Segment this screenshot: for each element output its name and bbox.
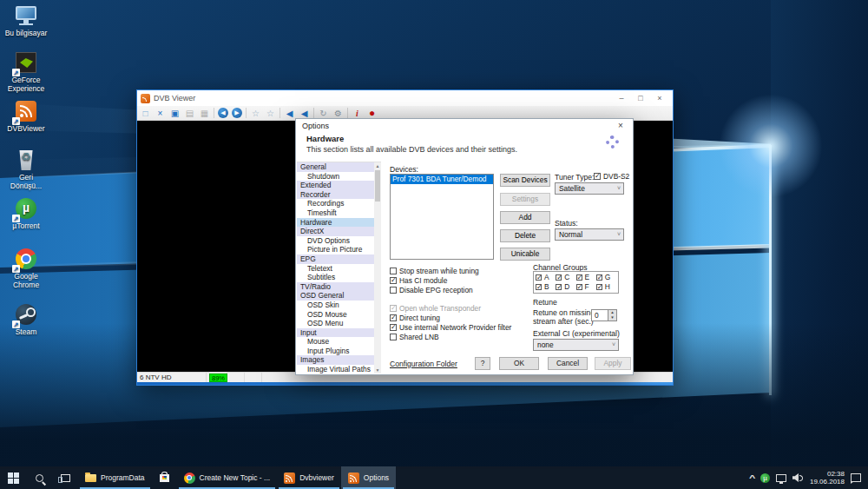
ok-button[interactable]: OK: [499, 357, 539, 370]
tree-item-input[interactable]: Input: [297, 328, 381, 338]
task-view-button[interactable]: [52, 466, 78, 489]
forward-icon[interactable]: ▶: [232, 108, 242, 118]
tree-item-osd-general[interactable]: OSD General: [297, 291, 381, 301]
checkbox-shared-lnb[interactable]: Shared LNB: [390, 333, 439, 341]
search-button[interactable]: [26, 466, 52, 489]
tree-item-extended[interactable]: Extended: [297, 181, 381, 190]
tree-item-tv-radio[interactable]: TV/Radio: [297, 282, 381, 292]
back-icon[interactable]: ◀: [218, 108, 228, 118]
channel-group-d[interactable]: D: [556, 282, 575, 291]
checkbox-box[interactable]: [576, 274, 582, 281]
checkbox-use-internal-network-provider-filter[interactable]: Use internal Network Provider filter: [390, 323, 511, 332]
tree-item-osd-skin[interactable]: OSD Skin: [297, 301, 381, 310]
add-button[interactable]: Add: [500, 211, 550, 224]
tree-item-dvd-options[interactable]: DVD Options: [297, 236, 381, 246]
taskbar-app-store[interactable]: [152, 466, 177, 489]
tree-item-input-plugins[interactable]: Input Plugins: [297, 347, 381, 356]
display-tray-icon[interactable]: [776, 474, 786, 482]
tree-item-hardware[interactable]: Hardware: [297, 218, 381, 228]
desktop-icon-geforce[interactable]: ↗GeForce Experience: [3, 52, 49, 93]
checkbox-box[interactable]: [390, 314, 397, 321]
checkbox-direct-tuning[interactable]: Direct tuning: [390, 314, 440, 322]
tree-item-image-virtual-paths[interactable]: Image Virtual Paths: [297, 365, 381, 373]
volume-tray-icon[interactable]: [792, 473, 804, 482]
tree-item-picture-in-picture[interactable]: Picture in Picture: [297, 245, 381, 254]
tv-window-icon[interactable]: □: [140, 107, 151, 120]
checkbox-box[interactable]: [390, 334, 397, 340]
taskbar-app-programdata[interactable]: ProgramData: [78, 466, 152, 489]
unicable-button[interactable]: Unicable: [500, 248, 550, 261]
start-button[interactable]: [0, 466, 26, 489]
checkbox-box[interactable]: [556, 274, 562, 281]
checkbox-disable-epg-reception[interactable]: Disable EPG reception: [390, 286, 473, 294]
tuner-type-select[interactable]: Satellite ˅: [555, 182, 624, 195]
checkbox-box[interactable]: [390, 277, 397, 284]
dialog-help-button[interactable]: ?: [475, 357, 490, 370]
delete-button[interactable]: Delete: [500, 229, 550, 242]
tree-item-osd-menu[interactable]: OSD Menu: [297, 319, 381, 328]
checkbox-box[interactable]: [576, 284, 582, 290]
tree-item-general[interactable]: General: [297, 162, 381, 172]
checkbox-box[interactable]: [556, 284, 562, 290]
cancel-button[interactable]: Cancel: [548, 357, 588, 370]
maximize-button[interactable]: □: [631, 90, 650, 106]
channel-group-a[interactable]: A: [536, 273, 556, 281]
tree-item-shutdown[interactable]: Shutdown: [297, 172, 381, 182]
taskbar-app-dvbviewer[interactable]: Dvbviewer: [277, 466, 341, 489]
action-center-icon[interactable]: [851, 473, 861, 482]
checkbox-box[interactable]: [536, 274, 542, 281]
checkbox-stop-stream-while-tuning[interactable]: Stop stream while tuning: [390, 267, 479, 275]
close-button[interactable]: ×: [650, 90, 669, 106]
tree-item-epg[interactable]: EPG: [297, 254, 381, 264]
retune-spinner[interactable]: 0 ▲▼: [591, 309, 617, 321]
device-item[interactable]: Prof 7301 BDA Tuner/Demod: [391, 175, 493, 184]
channel-group-e[interactable]: E: [576, 273, 596, 281]
scan-devices-button[interactable]: Scan Devices: [500, 174, 550, 187]
checkbox-box[interactable]: [596, 274, 602, 281]
tree-item-directx[interactable]: DirectX: [297, 227, 381, 236]
devices-listbox[interactable]: Prof 7301 BDA Tuner/Demod: [390, 174, 494, 260]
channel-group-g[interactable]: G: [596, 273, 616, 281]
external-ci-select[interactable]: none ˅: [533, 339, 619, 351]
desktop-icon-steam[interactable]: ↗Steam: [3, 304, 49, 336]
favorite-list-icon[interactable]: ☆: [265, 107, 276, 120]
tree-item-subtitles[interactable]: Subtitles: [297, 273, 381, 282]
channel-minus-icon[interactable]: ◀: [284, 107, 295, 120]
configuration-folder-link[interactable]: Configuration Folder: [390, 360, 457, 368]
fullscreen-icon[interactable]: ×: [155, 107, 166, 120]
channel-group-c[interactable]: C: [556, 273, 575, 281]
scroll-up-icon[interactable]: ▲: [374, 162, 381, 169]
tree-item-images[interactable]: Images: [297, 355, 381, 365]
checkbox-box[interactable]: [596, 284, 602, 290]
app-titlebar[interactable]: DVB Viewer – □ ×: [137, 90, 673, 106]
checkbox-box[interactable]: [390, 268, 397, 274]
desktop-icon-this-pc[interactable]: Bu bilgisayar: [3, 5, 49, 37]
favorite-add-icon[interactable]: ☆: [250, 107, 261, 120]
taskbar-app-options[interactable]: Options: [341, 466, 396, 489]
channel-group-b[interactable]: B: [536, 282, 556, 291]
taskbar-app-chrome-topic[interactable]: Create New Topic - ...: [177, 466, 278, 489]
desktop-icon-dvbviewer[interactable]: ↗DVBViewer: [3, 101, 49, 133]
dialog-close-icon[interactable]: ×: [615, 121, 627, 130]
pip-window-icon[interactable]: ▣: [169, 107, 181, 120]
dvbs2-checkbox[interactable]: DVB-S2: [594, 172, 629, 181]
scrollbar-thumb[interactable]: [375, 170, 380, 202]
utorrent-tray-icon[interactable]: µ: [760, 473, 770, 483]
tree-scrollbar[interactable]: ▲ ▼: [374, 162, 381, 373]
channel-group-f[interactable]: F: [576, 282, 596, 291]
minimize-button[interactable]: –: [612, 90, 631, 106]
desktop-icon-utorrent[interactable]: µ↗µTorrent: [3, 198, 49, 230]
help-icon[interactable]: [606, 135, 619, 149]
checkbox-box[interactable]: [390, 287, 397, 294]
tree-item-mouse[interactable]: Mouse: [297, 337, 381, 347]
spinner-arrows[interactable]: ▲▼: [608, 309, 617, 321]
desktop-icon-chrome[interactable]: ↗Google Chrome: [3, 248, 49, 289]
tree-item-teletext[interactable]: Teletext: [297, 264, 381, 274]
dialog-titlebar[interactable]: Options ×: [296, 119, 633, 132]
teletext-icon[interactable]: ▤: [184, 107, 195, 120]
checkbox-box[interactable]: [536, 284, 542, 290]
tree-item-osd-mouse[interactable]: OSD Mouse: [297, 310, 381, 320]
retune-value[interactable]: 0: [591, 309, 608, 321]
checkbox-has-ci-module[interactable]: Has CI module: [390, 276, 447, 285]
osd-teletext-icon[interactable]: ▦: [199, 107, 210, 120]
